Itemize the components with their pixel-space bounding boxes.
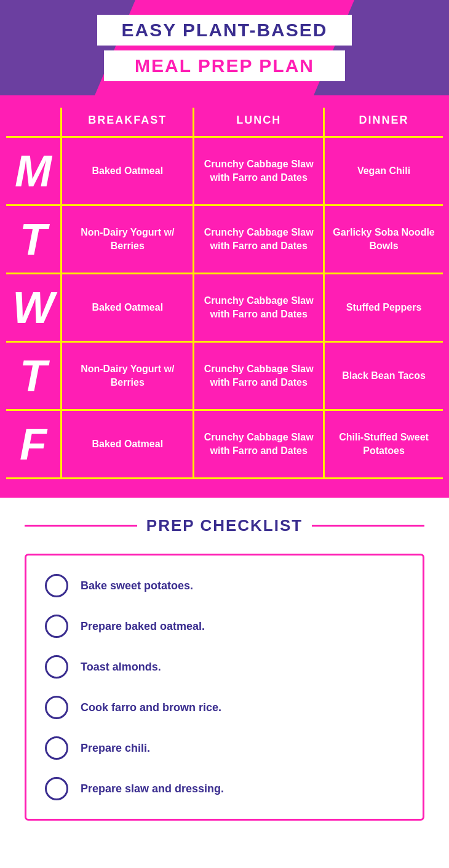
table-row: TNon-Dairy Yogurt w/ BerriesCrunchy Cabb… [6,342,443,410]
checklist-box: Bake sweet potatoes.Prepare baked oatmea… [25,554,424,821]
day-letter: M [15,146,52,196]
check-label: Toast almonds. [81,661,161,674]
checklist-items-container: Bake sweet potatoes.Prepare baked oatmea… [45,574,404,800]
breakfast-text: Baked Oatmeal [92,439,163,449]
dinner-text: Black Bean Tacos [342,370,426,381]
header-line2: MEAL PREP PLAN [104,50,345,81]
dinner-cell: Vegan Chili [324,137,443,205]
breakfast-cell: Non-Dairy Yogurt w/ Berries [62,205,194,274]
lunch-cell: Crunchy Cabbage Slaw with Farro and Date… [194,205,324,274]
lunch-text: Crunchy Cabbage Slaw with Farro and Date… [204,295,314,319]
dinner-cell: Black Bean Tacos [324,342,443,410]
day-cell: T [6,342,62,410]
breakfast-cell: Baked Oatmeal [62,274,194,342]
checklist-title-line-right [312,525,424,527]
header-line1: EASY PLANT-BASED [97,15,352,46]
check-circle[interactable] [45,696,68,719]
check-circle[interactable] [45,736,68,760]
day-letter: T [20,215,47,264]
breakfast-text: Non-Dairy Yogurt w/ Berries [81,227,174,251]
checklist-item: Prepare baked oatmeal. [45,615,404,638]
check-circle[interactable] [45,777,68,800]
checklist-section: PREP CHECKLIST Bake sweet potatoes.Prepa… [0,498,449,845]
check-label: Prepare chili. [81,742,150,755]
header-title-line2: MEAL PREP PLAN [135,55,314,76]
day-letter: W [12,283,54,332]
lunch-cell: Crunchy Cabbage Slaw with Farro and Date… [194,410,324,479]
breakfast-cell: Baked Oatmeal [62,410,194,479]
lunch-text: Crunchy Cabbage Slaw with Farro and Date… [204,159,314,183]
checklist-item: Prepare slaw and dressing. [45,777,404,800]
day-cell: M [6,137,62,205]
dinner-cell: Stuffed Peppers [324,274,443,342]
col-header-dinner: DINNER [324,108,443,137]
header-title-line1: EASY PLANT-BASED [122,20,328,40]
check-label: Prepare baked oatmeal. [81,620,205,633]
check-label: Prepare slaw and dressing. [81,782,224,795]
col-header-day [6,108,62,137]
checklist-title-line-left [25,525,137,527]
table-row: TNon-Dairy Yogurt w/ BerriesCrunchy Cabb… [6,205,443,274]
day-cell: T [6,205,62,274]
dinner-text: Stuffed Peppers [346,302,422,313]
lunch-text: Crunchy Cabbage Slaw with Farro and Date… [204,432,314,456]
header-title-block: EASY PLANT-BASED MEAL PREP PLAN [0,0,449,95]
checklist-item: Toast almonds. [45,655,404,679]
table-row: WBaked OatmealCrunchy Cabbage Slaw with … [6,274,443,342]
dinner-cell: Garlicky Soba Noodle Bowls [324,205,443,274]
breakfast-text: Baked Oatmeal [92,165,163,176]
table-row: MBaked OatmealCrunchy Cabbage Slaw with … [6,137,443,205]
check-circle[interactable] [45,615,68,638]
lunch-text: Crunchy Cabbage Slaw with Farro and Date… [204,227,314,251]
check-label: Bake sweet potatoes. [81,579,193,592]
breakfast-text: Baked Oatmeal [92,302,163,313]
day-cell: F [6,410,62,479]
dinner-text: Vegan Chili [357,165,410,176]
checklist-item: Prepare chili. [45,736,404,760]
lunch-cell: Crunchy Cabbage Slaw with Farro and Date… [194,137,324,205]
header-section: EASY PLANT-BASED MEAL PREP PLAN [0,0,449,95]
day-letter: T [20,351,47,400]
check-label: Cook farro and brown rice. [81,701,221,714]
day-cell: W [6,274,62,342]
dinner-text: Chili-Stuffed Sweet Potatoes [339,432,429,456]
breakfast-cell: Baked Oatmeal [62,137,194,205]
col-header-breakfast: BREAKFAST [62,108,194,137]
check-circle[interactable] [45,574,68,597]
lunch-text: Crunchy Cabbage Slaw with Farro and Date… [204,364,314,388]
checklist-title: PREP CHECKLIST [146,516,303,535]
checklist-title-wrapper: PREP CHECKLIST [25,516,424,535]
meal-plan-section: BREAKFAST LUNCH DINNER MBaked OatmealCru… [0,95,449,498]
checklist-item: Bake sweet potatoes. [45,574,404,597]
dinner-text: Garlicky Soba Noodle Bowls [333,227,434,251]
dinner-cell: Chili-Stuffed Sweet Potatoes [324,410,443,479]
breakfast-cell: Non-Dairy Yogurt w/ Berries [62,342,194,410]
breakfast-text: Non-Dairy Yogurt w/ Berries [81,364,174,388]
checklist-item: Cook farro and brown rice. [45,696,404,719]
meal-table: BREAKFAST LUNCH DINNER MBaked OatmealCru… [6,108,443,479]
day-letter: F [20,420,47,469]
lunch-cell: Crunchy Cabbage Slaw with Farro and Date… [194,274,324,342]
lunch-cell: Crunchy Cabbage Slaw with Farro and Date… [194,342,324,410]
check-circle[interactable] [45,655,68,679]
col-header-lunch: LUNCH [194,108,324,137]
table-row: FBaked OatmealCrunchy Cabbage Slaw with … [6,410,443,479]
